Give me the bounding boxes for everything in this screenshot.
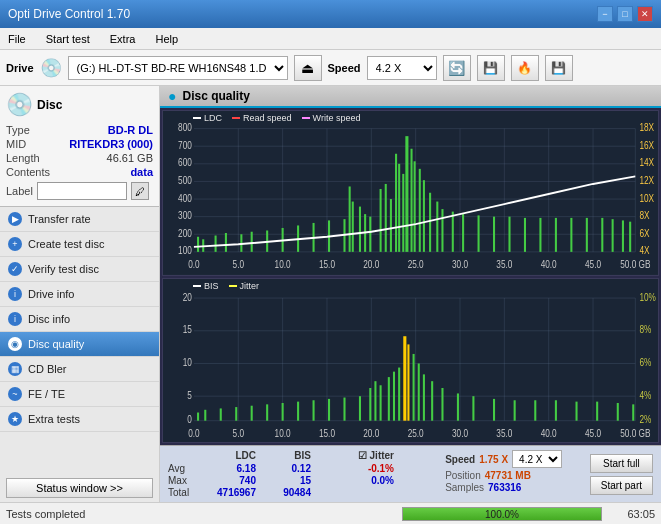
sidebar-item-fe-te[interactable]: ~ FE / TE	[0, 382, 159, 407]
drive-icon: 💿	[40, 57, 62, 79]
jitter-header-label: ☑ Jitter	[339, 450, 394, 461]
chart2-legend: BIS Jitter	[193, 281, 259, 291]
svg-rect-57	[555, 218, 557, 252]
svg-rect-39	[395, 154, 397, 252]
stats-speed-info: Speed 1.75 X 4.2 X Position 47731 MB Sam…	[445, 450, 584, 498]
drive-selector[interactable]: (G:) HL-DT-ST BD-RE WH16NS48 1.D3	[68, 56, 288, 80]
disc-button[interactable]: 💾	[477, 55, 505, 81]
svg-text:15.0: 15.0	[319, 426, 335, 438]
status-window-button[interactable]: Status window >>	[6, 478, 153, 498]
svg-text:45.0: 45.0	[585, 426, 601, 438]
svg-text:100: 100	[178, 246, 192, 257]
svg-rect-58	[570, 218, 572, 252]
svg-text:8%: 8%	[639, 323, 651, 335]
sidebar-item-verify-test-disc-label: Verify test disc	[28, 263, 99, 275]
svg-text:35.0: 35.0	[496, 259, 512, 270]
menu-file[interactable]: File	[4, 31, 30, 47]
sidebar-item-extra-tests[interactable]: ★ Extra tests	[0, 407, 159, 432]
writespeed-legend-item: Write speed	[302, 113, 361, 123]
time-display: 63:05	[610, 508, 655, 520]
svg-rect-120	[374, 381, 376, 421]
menu-help[interactable]: Help	[151, 31, 182, 47]
svg-rect-133	[472, 396, 474, 421]
mid-value: RITEKDR3 (000)	[69, 138, 153, 150]
refresh-button[interactable]: 🔄	[443, 55, 471, 81]
svg-text:8X: 8X	[639, 210, 649, 221]
sidebar-item-fe-te-label: FE / TE	[28, 388, 65, 400]
maximize-button[interactable]: □	[617, 6, 633, 22]
chart2-svg: 20 15 10 5 0 10% 8% 6% 4% 2% 0.0 5.0 10.…	[163, 279, 658, 443]
svg-text:800: 800	[178, 122, 192, 133]
svg-text:5: 5	[187, 388, 192, 400]
burn-button[interactable]: 🔥	[511, 55, 539, 81]
stats-total-row: Total 4716967 90484	[168, 487, 445, 498]
svg-text:700: 700	[178, 140, 192, 151]
position-label: Position	[445, 470, 481, 481]
svg-rect-53	[493, 217, 495, 252]
svg-rect-111	[251, 405, 253, 420]
jitter-checkbox[interactable]: ☑	[358, 450, 367, 461]
sidebar-item-disc-info[interactable]: i Disc info	[0, 307, 159, 332]
disc-label-row: Label 🖊	[6, 182, 153, 200]
minimize-button[interactable]: −	[597, 6, 613, 22]
ldc-chart: LDC Read speed Write speed	[162, 110, 659, 276]
svg-text:14X: 14X	[639, 158, 654, 169]
sidebar-item-disc-quality[interactable]: ◉ Disc quality	[0, 332, 159, 357]
svg-text:4%: 4%	[639, 388, 651, 400]
svg-rect-114	[297, 401, 299, 420]
svg-rect-109	[220, 408, 222, 420]
svg-rect-132	[457, 393, 459, 420]
transfer-rate-icon: ▶	[8, 212, 22, 226]
svg-rect-119	[369, 388, 371, 421]
disc-info-panel: 💿 Disc Type BD-R DL MID RITEKDR3 (000) L…	[0, 86, 159, 207]
jitter-legend-item: Jitter	[229, 281, 260, 291]
svg-rect-107	[197, 412, 199, 420]
disc-mid-row: MID RITEKDR3 (000)	[6, 138, 153, 150]
sidebar-item-cd-bler[interactable]: ▦ CD Bler	[0, 357, 159, 382]
sidebar-item-verify-test-disc[interactable]: ✓ Verify test disc	[0, 257, 159, 282]
svg-text:0: 0	[187, 413, 192, 425]
label-input[interactable]	[37, 182, 127, 200]
speed-dropdown[interactable]: 4.2 X	[512, 450, 562, 468]
svg-rect-32	[352, 202, 354, 252]
close-button[interactable]: ✕	[637, 6, 653, 22]
svg-text:40.0: 40.0	[541, 259, 557, 270]
eject-button[interactable]: ⏏	[294, 55, 322, 81]
menu-extra[interactable]: Extra	[106, 31, 140, 47]
svg-rect-41	[402, 174, 404, 252]
svg-rect-62	[622, 220, 624, 251]
fe-te-icon: ~	[8, 387, 22, 401]
sidebar-item-disc-quality-label: Disc quality	[28, 338, 84, 350]
svg-rect-56	[539, 218, 541, 252]
writespeed-legend-label: Write speed	[313, 113, 361, 123]
extra-tests-icon: ★	[8, 412, 22, 426]
start-full-button[interactable]: Start full	[590, 454, 653, 473]
max-label: Max	[168, 475, 204, 486]
sidebar-nav: ▶ Transfer rate + Create test disc ✓ Ver…	[0, 207, 159, 474]
svg-rect-127	[413, 353, 415, 420]
disc-section-title: Disc	[37, 98, 62, 112]
sidebar-item-create-test-disc[interactable]: + Create test disc	[0, 232, 159, 257]
disc-quality-icon: ◉	[8, 337, 22, 351]
svg-rect-33	[359, 207, 361, 252]
svg-rect-36	[380, 189, 382, 252]
svg-text:40.0: 40.0	[541, 426, 557, 438]
disc-info-icon: i	[8, 312, 22, 326]
progress-bar: 100.0%	[402, 507, 602, 521]
svg-rect-60	[601, 218, 603, 252]
create-test-disc-icon: +	[8, 237, 22, 251]
jitter-header-text: Jitter	[370, 450, 394, 461]
svg-text:6%: 6%	[639, 356, 651, 368]
speed-selector[interactable]: 4.2 X	[367, 56, 437, 80]
save-button[interactable]: 💾	[545, 55, 573, 81]
sidebar-item-transfer-rate[interactable]: ▶ Transfer rate	[0, 207, 159, 232]
sidebar-item-drive-info[interactable]: i Drive info	[0, 282, 159, 307]
panel-icon: ●	[168, 88, 176, 104]
label-edit-button[interactable]: 🖊	[131, 182, 149, 200]
speed-header-row: Speed 1.75 X 4.2 X	[445, 450, 584, 468]
svg-rect-38	[390, 199, 392, 252]
jitter-legend-label: Jitter	[240, 281, 260, 291]
samples-value: 763316	[488, 482, 521, 493]
start-part-button[interactable]: Start part	[590, 476, 653, 495]
menu-start-test[interactable]: Start test	[42, 31, 94, 47]
